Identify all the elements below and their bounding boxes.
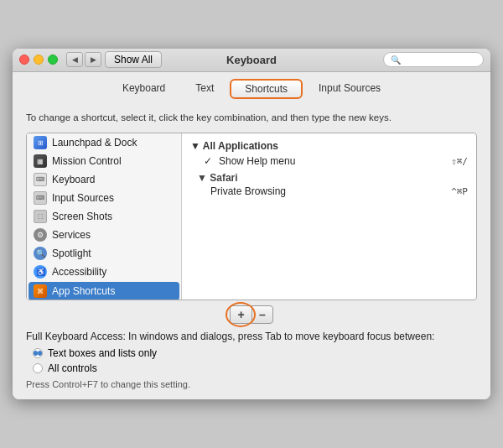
accessibility-icon: ♿ xyxy=(34,265,47,279)
sidebar-item-services[interactable]: ⚙ Services xyxy=(27,226,181,244)
add-btn-wrapper: + xyxy=(230,305,252,324)
sidebar-label-input: Input Sources xyxy=(52,192,114,204)
show-help-check: ✓ xyxy=(204,155,214,167)
maximize-button[interactable] xyxy=(48,55,58,65)
radio-text-boxes-label: Text boxes and lists only xyxy=(48,347,157,359)
services-icon: ⚙ xyxy=(34,228,47,242)
nav-buttons: ◀ ▶ xyxy=(66,52,101,67)
left-panel: ⊞ Launchpad & Dock ▦ Mission Control ⌨ K… xyxy=(27,133,182,300)
safari-header: ▼ Safari xyxy=(190,172,468,184)
right-panel: ▼ All Applications ✓ Show Help menu ⇧⌘/ … xyxy=(182,133,476,300)
sidebar-item-input[interactable]: ⌨ Input Sources xyxy=(27,189,181,207)
main-panel: ⊞ Launchpad & Dock ▦ Mission Control ⌨ K… xyxy=(26,133,477,300)
input-icon: ⌨ xyxy=(34,191,47,205)
instruction-text: To change a shortcut, select it, click t… xyxy=(26,111,477,124)
all-apps-header: ▼ All Applications xyxy=(190,138,468,154)
tab-text[interactable]: Text xyxy=(181,79,228,99)
sidebar-label-screenshots: Screen Shots xyxy=(52,211,112,222)
tab-keyboard[interactable]: Keyboard xyxy=(108,79,179,99)
titlebar: ◀ ▶ Show All Keyboard 🔍 xyxy=(13,49,490,72)
remove-shortcut-button[interactable]: – xyxy=(252,305,273,324)
tab-input-sources[interactable]: Input Sources xyxy=(304,79,395,99)
sidebar-label-accessibility: Accessibility xyxy=(52,266,106,278)
sidebar-label-launchpad: Launchpad & Dock xyxy=(52,137,137,148)
show-all-button[interactable]: Show All xyxy=(105,51,162,68)
forward-button[interactable]: ▶ xyxy=(85,52,101,67)
private-browsing-row[interactable]: Private Browsing ^⌘P xyxy=(190,184,468,199)
tab-shortcuts[interactable]: Shortcuts xyxy=(230,79,303,99)
search-box[interactable]: 🔍 xyxy=(383,52,484,67)
traffic-lights xyxy=(19,55,58,65)
radio-all-controls[interactable]: All controls xyxy=(33,362,477,374)
sidebar-item-mission[interactable]: ▦ Mission Control xyxy=(27,152,181,170)
show-help-row[interactable]: ✓ Show Help menu ⇧⌘/ xyxy=(190,154,468,169)
sidebar-item-screenshots[interactable]: ⬚ Screen Shots xyxy=(27,207,181,226)
screen-icon: ⬚ xyxy=(34,210,47,223)
radio-all-controls-label: All controls xyxy=(48,362,97,374)
sidebar-label-keyboard: Keyboard xyxy=(52,174,95,185)
radio-text-boxes-btn[interactable] xyxy=(33,348,43,358)
private-browsing-keys: ^⌘P xyxy=(451,186,468,197)
show-help-keys: ⇧⌘/ xyxy=(451,156,468,167)
sidebar-label-appshortcuts: App Shortcuts xyxy=(52,285,115,297)
tabs-bar: Keyboard Text Shortcuts Input Sources xyxy=(13,72,490,104)
spotlight-icon: 🔍 xyxy=(34,247,47,260)
safari-section: ▼ Safari Private Browsing ^⌘P xyxy=(190,172,468,199)
fka-section: Full Keyboard Access: In windows and dia… xyxy=(26,331,477,389)
appshortcuts-icon: ⌘ xyxy=(34,284,47,298)
add-shortcut-button[interactable]: + xyxy=(230,305,252,324)
search-icon: 🔍 xyxy=(391,55,401,65)
sidebar-item-keyboard[interactable]: ⌨ Keyboard xyxy=(27,170,181,189)
sidebar-item-launchpad[interactable]: ⊞ Launchpad & Dock xyxy=(27,133,181,152)
window-title: Keyboard xyxy=(226,54,277,66)
keyboard-icon: ⌨ xyxy=(34,173,47,186)
radio-all-controls-btn[interactable] xyxy=(33,363,43,373)
content-area: To change a shortcut, select it, click t… xyxy=(13,104,490,399)
radio-text-boxes[interactable]: Text boxes and lists only xyxy=(33,347,477,359)
sidebar-item-spotlight[interactable]: 🔍 Spotlight xyxy=(27,244,181,263)
sidebar-label-services: Services xyxy=(52,229,91,241)
private-browsing-label: Private Browsing xyxy=(210,185,451,197)
ctrl7-note: Press Control+F7 to change this setting. xyxy=(26,379,477,389)
radio-group: Text boxes and lists only All controls xyxy=(33,347,477,374)
sidebar-item-accessibility[interactable]: ♿ Accessibility xyxy=(27,263,181,281)
add-remove-controls: + – xyxy=(26,305,477,324)
minimize-button[interactable] xyxy=(34,55,44,65)
launchpad-icon: ⊞ xyxy=(34,136,47,149)
sidebar-item-appshortcuts[interactable]: ⌘ App Shortcuts xyxy=(29,282,179,300)
show-help-label: Show Help menu xyxy=(219,155,446,167)
keyboard-preferences-window: ◀ ▶ Show All Keyboard 🔍 Keyboard Text Sh… xyxy=(13,49,490,399)
sidebar-label-mission: Mission Control xyxy=(52,155,122,167)
fka-title: Full Keyboard Access: In windows and dia… xyxy=(26,331,477,342)
mission-icon: ▦ xyxy=(34,154,47,168)
close-button[interactable] xyxy=(19,55,29,65)
sidebar-label-spotlight: Spotlight xyxy=(52,247,91,259)
back-button[interactable]: ◀ xyxy=(66,52,83,67)
